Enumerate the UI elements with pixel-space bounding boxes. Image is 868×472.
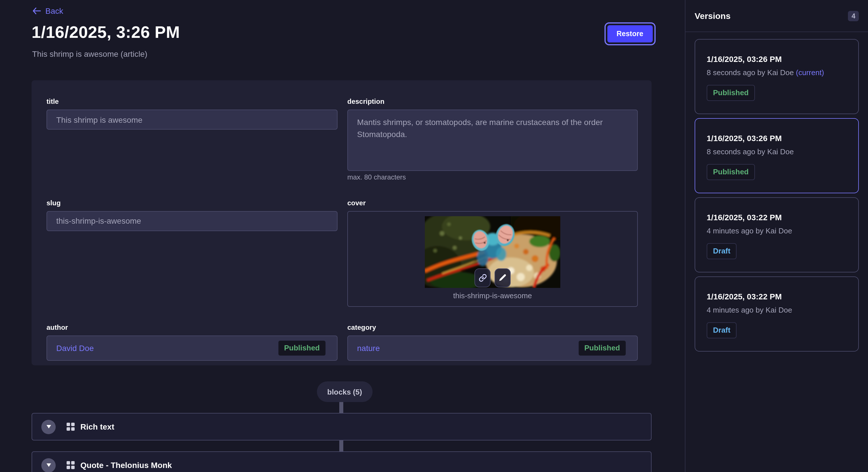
drag-handle-icon	[67, 423, 74, 431]
version-date: 1/16/2025, 03:26 PM	[707, 55, 847, 64]
link-icon	[478, 273, 487, 282]
author-relation-box: David Doe Published	[46, 336, 338, 361]
author-relation-link[interactable]: David Doe	[56, 344, 94, 353]
drag-handle-icon	[67, 461, 74, 469]
pencil-icon	[499, 274, 507, 281]
version-meta: 8 seconds ago by Kai Doe (current)	[707, 68, 847, 77]
block-label: Rich text	[81, 422, 114, 431]
accordion-toggle-button[interactable]	[41, 458, 56, 472]
blocks-connector	[339, 402, 343, 413]
block-label: Quote - Thelonius Monk	[81, 461, 172, 470]
category-relation-link[interactable]: nature	[357, 344, 380, 353]
field-category: category nature Published	[347, 324, 638, 365]
page-title: 1/16/2025, 3:26 PM	[32, 23, 180, 42]
versions-count-badge: 4	[848, 11, 859, 21]
version-meta-text: 4 minutes ago by Kai Doe	[707, 227, 792, 235]
versions-header: Versions 4	[685, 0, 868, 32]
status-badge: Published	[707, 164, 755, 180]
edit-media-button[interactable]	[495, 268, 510, 287]
version-meta-text: 4 minutes ago by Kai Doe	[707, 306, 792, 314]
block-accordion-row[interactable]: Quote - Thelonius Monk	[32, 451, 652, 472]
field-author: author David Doe Published	[46, 324, 338, 365]
version-date: 1/16/2025, 03:26 PM	[707, 134, 847, 143]
version-date: 1/16/2025, 03:22 PM	[707, 292, 847, 301]
block-accordion-row[interactable]: Rich text	[32, 413, 652, 440]
restore-button-focus-ring: Restore	[604, 22, 655, 45]
version-date: 1/16/2025, 03:22 PM	[707, 213, 847, 222]
copy-link-button[interactable]	[474, 268, 491, 287]
cover-actions	[474, 268, 510, 287]
description-textarea[interactable]: Mantis shrimps, or stomatopods, are mari…	[347, 109, 638, 171]
slug-label: slug	[46, 199, 338, 207]
version-meta-text: 8 seconds ago by Kai Doe	[707, 68, 794, 77]
version-meta-text: 8 seconds ago by Kai Doe	[707, 147, 794, 156]
author-label: author	[46, 324, 338, 332]
version-card[interactable]: 1/16/2025, 03:26 PM 8 seconds ago by Kai…	[694, 118, 859, 193]
version-card[interactable]: 1/16/2025, 03:26 PM 8 seconds ago by Kai…	[694, 39, 859, 114]
version-meta: 4 minutes ago by Kai Doe	[707, 227, 847, 235]
title-input[interactable]: This shrimp is awesome	[46, 109, 338, 130]
version-history-page: Back 1/16/2025, 3:26 PM This shrimp is a…	[0, 0, 868, 472]
description-hint: max. 80 characters	[347, 173, 638, 182]
field-slug: slug this-shrimp-is-awesome	[46, 199, 338, 311]
field-title: title This shrimp is awesome	[46, 98, 338, 186]
version-fields-card: title This shrimp is awesome description…	[32, 80, 652, 365]
category-status-badge: Published	[578, 340, 626, 357]
title-label: title	[46, 98, 338, 106]
cover-label: cover	[347, 199, 638, 207]
status-badge: Draft	[707, 322, 737, 338]
chevron-down-icon	[46, 425, 51, 429]
version-current-label: (current)	[794, 68, 824, 77]
restore-button[interactable]: Restore	[608, 25, 652, 42]
back-link[interactable]: Back	[32, 6, 63, 15]
versions-panel: Versions 4 1/16/2025, 03:26 PM 8 seconds…	[685, 0, 868, 472]
version-meta: 4 minutes ago by Kai Doe	[707, 306, 847, 314]
status-badge: Draft	[707, 243, 737, 259]
category-label: category	[347, 324, 638, 332]
category-relation-box: nature Published	[347, 336, 638, 361]
chevron-down-icon	[46, 463, 51, 467]
version-card[interactable]: 1/16/2025, 03:22 PM 4 minutes ago by Kai…	[694, 197, 859, 272]
back-label: Back	[45, 6, 63, 15]
accordion-toggle-button[interactable]	[41, 419, 56, 434]
version-card[interactable]: 1/16/2025, 03:22 PM 4 minutes ago by Kai…	[694, 276, 859, 351]
description-label: description	[347, 98, 638, 106]
cover-filename: this-shrimp-is-awesome	[348, 291, 637, 300]
slug-input[interactable]: this-shrimp-is-awesome	[46, 211, 338, 231]
status-badge: Published	[707, 85, 755, 101]
field-cover: cover	[347, 199, 638, 311]
back-arrow-icon	[32, 7, 41, 14]
versions-heading: Versions	[694, 11, 731, 21]
field-description: description Mantis shrimps, or stomatopo…	[347, 98, 638, 186]
cover-media-box: this-shrimp-is-awesome	[347, 211, 638, 307]
blocks-list: Rich text Quote - Thelonius Monk	[32, 413, 652, 472]
page-subtitle: This shrimp is awesome (article)	[32, 49, 147, 59]
version-meta: 8 seconds ago by Kai Doe	[707, 147, 847, 156]
author-status-badge: Published	[278, 340, 326, 357]
blocks-count-pill: blocks (5)	[317, 381, 372, 402]
versions-list: 1/16/2025, 03:26 PM 8 seconds ago by Kai…	[685, 32, 868, 359]
